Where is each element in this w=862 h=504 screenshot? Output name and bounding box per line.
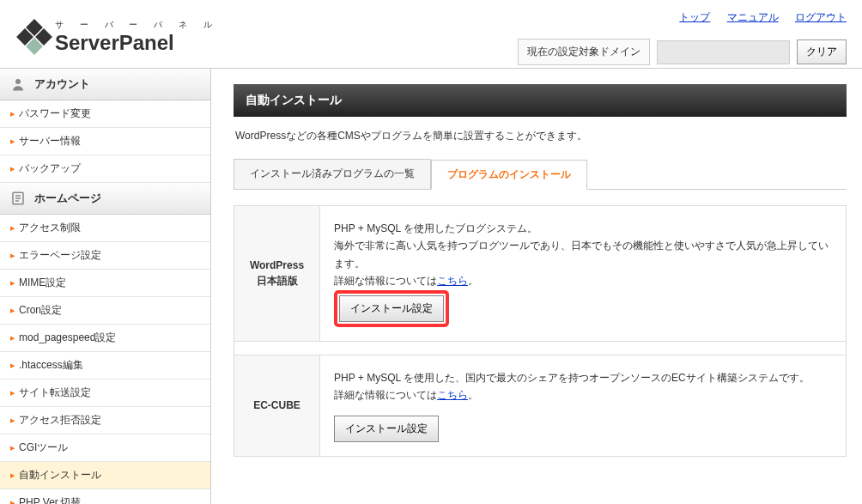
tab-installed[interactable]: インストール済みプログラムの一覧	[234, 159, 431, 189]
sidebar-header-account: アカウント	[0, 69, 210, 100]
page-description: WordPressなどの各種CMSやプログラムを簡単に設置することができます。	[235, 129, 845, 143]
sidebar-item[interactable]: 自動インストール	[0, 462, 210, 489]
logo-kana: サ ー バ ー パ ネ ル	[55, 19, 219, 31]
sidebar-item[interactable]: PHP Ver.切替	[0, 489, 210, 504]
sidebar-section-account: アカウント パスワード変更サーバー情報バックアップ	[0, 69, 210, 183]
link-manual[interactable]: マニュアル	[727, 11, 779, 23]
install-table: WordPress日本語版PHP + MySQL を使用したブログシステム。海外…	[234, 205, 847, 457]
link-logout[interactable]: ログアウト	[795, 11, 847, 23]
program-name: WordPress日本語版	[234, 206, 320, 342]
sidebar-item[interactable]: MIME設定	[0, 270, 210, 297]
domain-label: 現在の設定対象ドメイン	[518, 39, 650, 65]
sidebar-item[interactable]: サイト転送設定	[0, 380, 210, 407]
sidebar-section-title: アカウント	[34, 76, 90, 92]
sidebar-item[interactable]: Cron設定	[0, 297, 210, 325]
sidebar-section-title: ホームページ	[34, 191, 101, 206]
domain-bar: 現在の設定対象ドメイン クリア	[518, 39, 847, 65]
detail-link[interactable]: こちら	[437, 389, 468, 401]
svg-point-0	[15, 79, 21, 84]
detail-link[interactable]: こちら	[437, 275, 468, 287]
logo-main: ServerPanel	[55, 31, 219, 55]
clear-button[interactable]: クリア	[797, 39, 847, 64]
logo-icon	[19, 21, 50, 52]
sidebar-item[interactable]: .htaccess編集	[0, 352, 210, 380]
sidebar-item[interactable]: CGIツール	[0, 434, 210, 462]
tabs: インストール済みプログラムの一覧 プログラムのインストール	[234, 159, 847, 190]
program-details: PHP + MySQL を使用したブログシステム。海外で非常に高い人気を持つブロ…	[320, 206, 847, 342]
link-top[interactable]: トップ	[679, 11, 710, 23]
tab-install[interactable]: プログラムのインストール	[431, 160, 587, 190]
sidebar-header-homepage: ホームページ	[0, 183, 210, 215]
sidebar-item[interactable]: アクセス拒否設定	[0, 407, 210, 434]
program-name: EC-CUBE	[234, 355, 320, 457]
install-settings-button[interactable]: インストール設定	[334, 416, 439, 442]
logo: サ ー バ ー パ ネ ル ServerPanel	[19, 19, 219, 55]
main-content: 自動インストール WordPressなどの各種CMSやプログラムを簡単に設置する…	[211, 69, 862, 504]
header: サ ー バ ー パ ネ ル ServerPanel トップ マニュアル ログアウ…	[0, 0, 862, 69]
sidebar-item[interactable]: サーバー情報	[0, 128, 210, 155]
person-icon	[9, 75, 27, 94]
sidebar-item[interactable]: mod_pagespeed設定	[0, 325, 210, 352]
install-settings-button[interactable]: インストール設定	[339, 295, 444, 322]
page-title: 自動インストール	[234, 84, 847, 117]
sidebar: アカウント パスワード変更サーバー情報バックアップ ホームページ アクセス制限エ…	[0, 69, 211, 504]
top-links: トップ マニュアル ログアウト	[665, 10, 847, 25]
sidebar-section-homepage: ホームページ アクセス制限エラーページ設定MIME設定Cron設定mod_pag…	[0, 183, 210, 504]
domain-display	[657, 40, 790, 64]
sidebar-item[interactable]: アクセス制限	[0, 215, 210, 242]
sidebar-item[interactable]: パスワード変更	[0, 100, 210, 128]
sidebar-list-homepage: アクセス制限エラーページ設定MIME設定Cron設定mod_pagespeed設…	[0, 215, 210, 504]
sidebar-list-account: パスワード変更サーバー情報バックアップ	[0, 100, 210, 183]
document-icon	[9, 189, 27, 208]
sidebar-item[interactable]: エラーページ設定	[0, 242, 210, 270]
program-details: PHP + MySQL を使用した、国内で最大のシェアを持つオープンソースのEC…	[320, 355, 847, 457]
sidebar-item[interactable]: バックアップ	[0, 155, 210, 183]
